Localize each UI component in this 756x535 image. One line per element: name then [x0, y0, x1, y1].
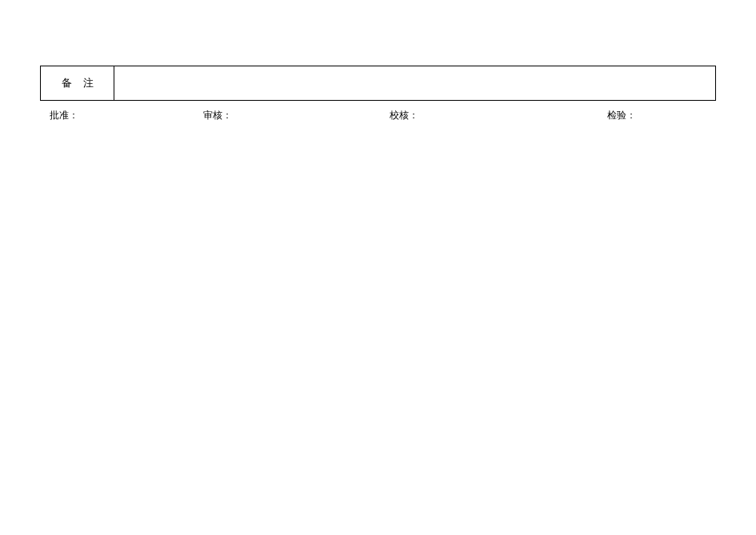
signature-check: 校核： — [310, 109, 495, 122]
remarks-row: 备注 — [40, 66, 716, 101]
remarks-value-cell — [114, 66, 715, 100]
signature-inspect: 检验： — [495, 109, 713, 122]
signature-approve: 批准： — [43, 109, 155, 122]
signatures-row: 批准： 审核： 校核： 检验： — [40, 109, 716, 122]
signature-review: 审核： — [155, 109, 309, 122]
remarks-label-cell: 备注 — [41, 66, 114, 100]
remarks-label: 备注 — [62, 76, 105, 90]
form-container: 备注 批准： 审核： 校核： 检验： — [40, 66, 716, 122]
